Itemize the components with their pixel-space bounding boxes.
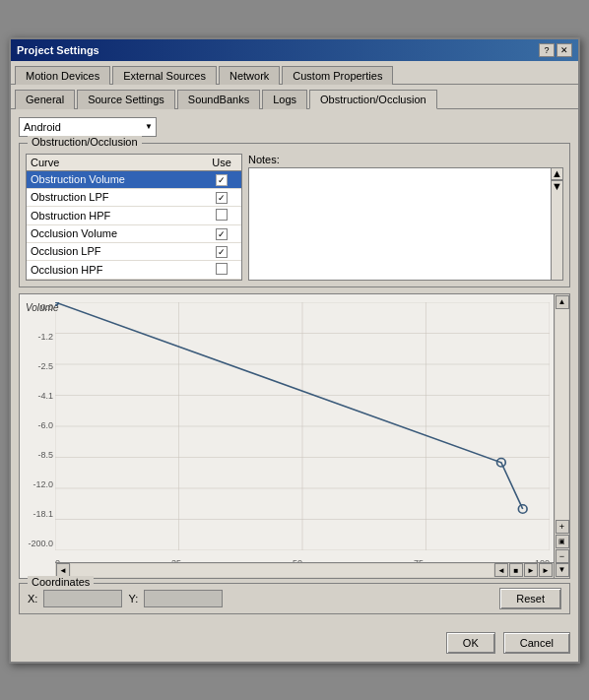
y-tick-6: -12.0 <box>33 479 53 489</box>
tab-general[interactable]: General <box>15 90 75 109</box>
reset-button[interactable]: Reset <box>499 588 561 609</box>
checkbox-obstruction-volume[interactable] <box>216 174 228 186</box>
platform-select[interactable]: Android iOS Windows Mac <box>19 117 157 137</box>
y-tick-1: -1.2 <box>37 332 53 342</box>
scroll-down-btn[interactable]: ▼ <box>552 180 562 192</box>
occ-layout: Curve Use Obstruction Volume Obstruction… <box>26 154 563 281</box>
table-row[interactable]: Occlusion LPF <box>27 242 241 260</box>
checkbox-occlusion-lpf[interactable] <box>216 246 228 258</box>
y-tick-7: -18.1 <box>33 509 53 519</box>
curve-name: Occlusion LPF <box>27 242 202 260</box>
graph-y-labels: 0.0 -1.2 -2.5 -4.1 -6.0 -8.5 -12.0 -18.1… <box>20 302 55 550</box>
y-coord-label: Y: <box>128 593 138 605</box>
obstruction-occlusion-group: Obstruction/Occlusion Curve Use <box>19 143 570 287</box>
tab-soundbanks[interactable]: SoundBanks <box>177 90 260 109</box>
dialog-title: Project Settings <box>17 44 99 56</box>
table-row[interactable]: Obstruction HPF <box>27 206 241 224</box>
notes-area[interactable]: ▲ ▼ <box>248 167 563 281</box>
graph-svg[interactable] <box>55 302 550 550</box>
coordinates-group: Coordinates X: Y: Reset <box>19 583 570 614</box>
platform-dropdown-wrap: Android iOS Windows Mac <box>19 117 157 137</box>
y-tick-5: -8.5 <box>37 450 53 460</box>
y-coord-input[interactable] <box>144 590 223 607</box>
curve-name: Occlusion Volume <box>27 224 202 242</box>
tabs-row1: Motion Devices External Sources Network … <box>11 61 578 85</box>
use-checkbox[interactable] <box>202 188 241 206</box>
x-coord-input[interactable] <box>43 590 122 607</box>
nav-prev-btn[interactable]: ◄ <box>494 563 508 577</box>
reset-button-wrap: Reset <box>499 588 561 609</box>
checkbox-occlusion-volume[interactable] <box>216 228 228 240</box>
col-header-use: Use <box>202 155 241 171</box>
y-tick-8: -200.0 <box>28 539 53 548</box>
graph-scroll-right[interactable]: ► <box>539 563 553 577</box>
zoom-minus-btn[interactable]: − <box>556 549 569 563</box>
x-coord-label: X: <box>28 593 37 605</box>
notes-scrollbar[interactable]: ▲ ▼ <box>551 168 562 280</box>
graph-scroll-down[interactable]: ▼ <box>556 563 569 577</box>
zoom-plus-btn[interactable]: + <box>556 520 569 534</box>
tab-logs[interactable]: Logs <box>262 90 307 109</box>
graph-inner[interactable] <box>55 302 550 550</box>
y-tick-4: -6.0 <box>37 420 53 430</box>
tab-motion-devices[interactable]: Motion Devices <box>15 66 110 85</box>
zoom-fit-btn[interactable]: ▣ <box>556 535 569 548</box>
content-area: Android iOS Windows Mac Obstruction/Occl… <box>11 109 578 628</box>
curve-name: Obstruction HPF <box>27 206 202 224</box>
use-checkbox[interactable] <box>202 224 241 242</box>
table-row[interactable]: Obstruction LPF <box>27 188 241 206</box>
use-checkbox[interactable] <box>202 260 241 279</box>
tab-custom-properties[interactable]: Custom Properties <box>282 66 393 85</box>
checkbox-obstruction-lpf[interactable] <box>216 192 228 204</box>
tab-source-settings[interactable]: Source Settings <box>77 90 175 109</box>
notes-label: Notes: <box>248 154 563 165</box>
cancel-button[interactable]: Cancel <box>503 632 570 654</box>
curve-table-inner: Curve Use Obstruction Volume Obstruction… <box>27 155 241 280</box>
nav-end-btn[interactable]: ► <box>524 563 538 577</box>
checkbox-obstruction-hpf[interactable] <box>216 209 228 221</box>
curve-name: Obstruction Volume <box>27 170 202 188</box>
tabs-row2: General Source Settings SoundBanks Logs … <box>11 85 578 109</box>
graph-scroll-up[interactable]: ▲ <box>556 295 569 309</box>
graph-right-scrollbar[interactable]: ▲ + ▣ − ▼ <box>554 294 569 578</box>
graph-container: Volume 0.0 -1.2 -2.5 -4.1 -6.0 -8.5 -12.… <box>19 293 570 579</box>
coords-row: X: Y: <box>28 590 561 607</box>
y-tick-3: -4.1 <box>37 391 53 401</box>
curve-table: Curve Use Obstruction Volume Obstruction… <box>26 154 242 281</box>
curve-name: Occlusion HPF <box>27 260 202 279</box>
graph-bottom-scrollbar: ◄ ◄ ■ ► ► <box>55 562 554 578</box>
col-header-curve: Curve <box>27 155 202 171</box>
use-checkbox[interactable] <box>202 170 241 188</box>
project-settings-dialog: Project Settings ? ✕ Motion Devices Exte… <box>9 37 580 664</box>
title-bar-buttons: ? ✕ <box>539 43 572 57</box>
group-box-title: Obstruction/Occlusion <box>28 136 142 148</box>
nav-next-btn[interactable]: ■ <box>509 563 523 577</box>
scroll-up-btn[interactable]: ▲ <box>552 168 562 180</box>
title-bar: Project Settings ? ✕ <box>11 39 578 61</box>
tab-external-sources[interactable]: External Sources <box>112 66 217 85</box>
y-tick-2: -2.5 <box>37 361 53 371</box>
tab-obstruction-occlusion[interactable]: Obstruction/Occlusion <box>309 90 437 109</box>
footer-row: OK Cancel <box>11 628 578 662</box>
checkbox-occlusion-hpf[interactable] <box>216 263 228 275</box>
table-row[interactable]: Occlusion Volume <box>27 224 241 242</box>
help-button[interactable]: ? <box>539 43 555 57</box>
curve-name: Obstruction LPF <box>27 188 202 206</box>
use-checkbox[interactable] <box>202 206 241 224</box>
table-row[interactable]: Occlusion HPF <box>27 260 241 279</box>
ok-button[interactable]: OK <box>446 632 495 654</box>
y-tick-0: 0.0 <box>40 302 53 312</box>
table-row[interactable]: Obstruction Volume <box>27 170 241 188</box>
platform-row: Android iOS Windows Mac <box>19 117 570 137</box>
tab-network[interactable]: Network <box>219 66 280 85</box>
bottom-nav-btns: ◄ ■ ► <box>494 563 538 577</box>
use-checkbox[interactable] <box>202 242 241 260</box>
notes-panel: Notes: ▲ ▼ <box>248 154 563 281</box>
close-button[interactable]: ✕ <box>556 43 572 57</box>
coordinates-title: Coordinates <box>28 576 94 588</box>
